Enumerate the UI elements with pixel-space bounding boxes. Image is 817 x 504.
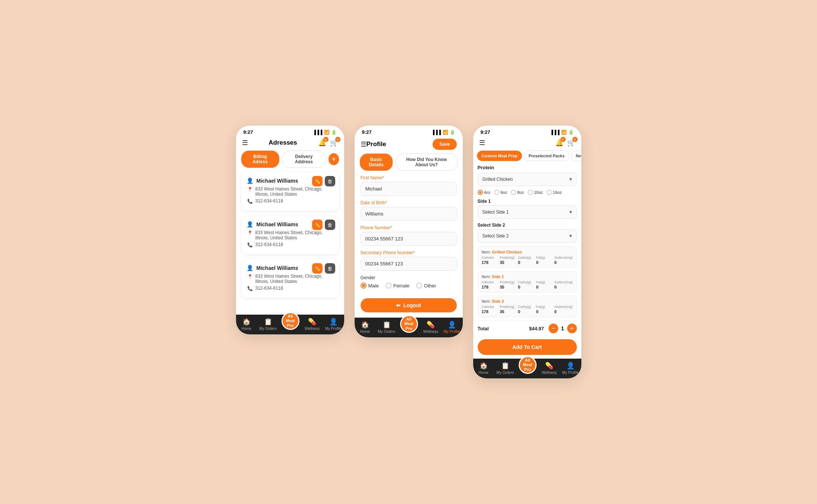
card-actions-2: ✏️ 🗑	[312, 220, 335, 230]
delete-address-button-1[interactable]: 🗑	[325, 176, 335, 186]
side2-select[interactable]: Select Side 2	[478, 229, 577, 243]
nav-wellness-1[interactable]: 💊 Wellness	[304, 318, 320, 331]
secondary-phone-label: Secondary Phone Number*	[361, 250, 457, 255]
secondary-phone-group: Secondary Phone Number*	[361, 250, 457, 271]
hamburger-menu-1[interactable]: ☰	[242, 139, 248, 147]
add-address-button[interactable]: +	[329, 153, 339, 165]
edit-address-button-3[interactable]: ✏️	[312, 263, 323, 274]
oz-10oz[interactable]: 10oz	[528, 190, 543, 195]
billing-address-tab[interactable]: Billing Adress	[241, 151, 279, 168]
center-logo-2: AllMealPro	[400, 315, 418, 333]
quantity-control: − 1 +	[549, 324, 577, 333]
delete-address-button-3[interactable]: 🗑	[325, 263, 335, 274]
battery-icon-2: 🔋	[450, 130, 455, 135]
new-menu-tab[interactable]: New Menu	[571, 151, 581, 161]
oz-16oz[interactable]: 16oz	[547, 190, 562, 195]
nav-center-2[interactable]: AllMealPro	[400, 322, 418, 333]
nav-profile-2[interactable]: 👤 My Profile	[444, 321, 460, 334]
nav-home-2[interactable]: 🏠 Home	[357, 321, 373, 334]
nutrition-col-fat-h: Fat(g) 0	[536, 256, 554, 265]
notification-icon-wrap-3: 🔔 2	[555, 139, 563, 147]
gender-other[interactable]: Other	[416, 283, 436, 289]
nav-orders-2[interactable]: 📋 My Orders	[378, 321, 395, 334]
secondary-phone-input[interactable]	[361, 257, 457, 271]
side2-dropdown-wrap: Select Side 2 ▼	[478, 229, 577, 243]
wifi-icon-2: 📶	[443, 130, 448, 135]
custom-meal-prep-tab[interactable]: Custom Meal Prep	[477, 151, 522, 161]
nav-center-1[interactable]: AllMealPro	[282, 319, 299, 330]
meal-prep-body: Protein Grilled Chicken ▼ 4oz 6oz 8	[473, 165, 581, 336]
nav-home-1[interactable]: 🏠 Home	[238, 318, 255, 331]
first-name-input[interactable]	[361, 182, 457, 196]
gender-female[interactable]: Female	[386, 283, 409, 289]
hamburger-menu-2[interactable]: ☰	[361, 140, 367, 148]
nav-profile-3[interactable]: 👤 My Profile	[562, 362, 579, 375]
oz-8oz[interactable]: 8oz	[511, 190, 524, 195]
profile-tab-row: Basic Details How Did You Know About Us?	[355, 154, 463, 175]
wellness-icon-2: 💊	[427, 321, 435, 329]
nav-wellness-label-3: Wellness	[542, 371, 557, 375]
first-name-label: First Name*	[361, 175, 457, 180]
add-to-cart-button[interactable]: Add To Cart	[478, 339, 577, 355]
nav-wellness-2[interactable]: 💊 Wellness	[422, 321, 439, 334]
battery-icon: 🔋	[331, 130, 337, 135]
preselected-packs-tab[interactable]: Preselected Packs	[524, 151, 569, 161]
nav-home-3[interactable]: 🏠 Home	[475, 362, 492, 375]
card-actions-3: ✏️ 🗑	[312, 263, 335, 274]
dob-input[interactable]	[361, 207, 457, 221]
phone-icon-1: 📞	[247, 199, 253, 204]
center-logo-1: AllMealPro	[282, 312, 299, 330]
status-bar-1: 9:27 ▐▐▐ 📶 🔋	[236, 126, 344, 136]
card-actions-1: ✏️ 🗑	[312, 176, 335, 186]
qty-decrease-button[interactable]: −	[549, 324, 558, 333]
header-icons-1: 🔔 2 🛒 3	[318, 139, 338, 147]
meal-tab-row: Custom Meal Prep Preselected Packs New M…	[473, 151, 581, 165]
nav-home-label-3: Home	[478, 371, 488, 375]
cart-icon-wrap: 🛒 3	[330, 139, 338, 147]
cart-icon-wrap-3: 🛒 3	[567, 139, 575, 147]
protein-select[interactable]: Grilled Chicken	[478, 173, 577, 186]
cart-badge-3: 3	[572, 137, 578, 142]
address-card-2: ✏️ 🗑 👤 Michael Williams 📍 833 West Haine…	[241, 216, 339, 254]
edit-address-button-2[interactable]: ✏️	[312, 220, 323, 230]
wifi-icon: 📶	[324, 130, 330, 135]
signal-icon: ▐▐▐	[313, 130, 323, 135]
protein-section-label: Protein	[478, 165, 577, 170]
location-icon-1: 📍	[247, 187, 253, 192]
delivery-address-tab[interactable]: Delivery Address	[282, 151, 326, 168]
nutrition-row-headers-protein: Calories 178 Protein(g) 35 Carbs(g) 0 Fa…	[482, 256, 573, 265]
notification-badge: 2	[323, 137, 329, 142]
oz-6oz[interactable]: 6oz	[494, 190, 507, 195]
nutrition-box-protein: Item: Grilled Chicken Calories 178 Prote…	[478, 246, 577, 268]
nav-orders-1[interactable]: 📋 My Orders	[259, 318, 277, 331]
gender-options: Male Female Other	[361, 283, 457, 289]
card-phone-2: 📞 312-634-6118	[246, 242, 334, 248]
hamburger-menu-3[interactable]: ☰	[479, 139, 485, 147]
phone-meal-prep: 9:27 ▐▐▐ 📶 🔋 ☰ 🔔 2 🛒 3 Custom	[473, 126, 581, 378]
edit-address-button-1[interactable]: ✏️	[312, 176, 323, 186]
phone-input[interactable]	[361, 232, 457, 246]
app-header-2: ☰ Profile Save	[355, 136, 463, 154]
total-row: Total $44.97 − 1 +	[478, 320, 577, 336]
nutrition-row-side2: Calories 178 Protein(g) 35 Carbs(g) 0 Fa…	[482, 305, 573, 314]
how-did-you-know-tab[interactable]: How Did You Know About Us?	[396, 154, 457, 171]
nav-wellness-3[interactable]: 💊 Wellness	[541, 362, 557, 375]
gender-male[interactable]: Male	[361, 283, 379, 289]
delete-address-button-2[interactable]: 🗑	[325, 220, 335, 230]
qty-increase-button[interactable]: +	[567, 324, 577, 333]
nav-orders-3[interactable]: 📋 My Orders	[496, 362, 514, 375]
basic-details-tab[interactable]: Basic Details	[360, 154, 393, 171]
nav-profile-label-1: My Profile	[325, 327, 342, 331]
phone-profile: 9:27 ▐▐▐ 📶 🔋 ☰ Profile Save Basic Detail…	[355, 126, 463, 337]
address-card-1: ✏️ 🗑 👤 Michael Williams 📍 833 West Haine…	[241, 172, 339, 211]
nutrition-item-label-protein: Item: Grilled Chicken	[482, 250, 573, 254]
side1-select[interactable]: Select Side 1	[478, 205, 577, 219]
oz-4oz[interactable]: 4oz	[478, 190, 491, 195]
save-button[interactable]: Save	[433, 139, 456, 150]
logout-button[interactable]: ⬅ Logout	[361, 298, 457, 312]
radio-male-circle	[361, 283, 367, 289]
app-header-3: ☰ 🔔 2 🛒 3	[473, 136, 581, 151]
nav-profile-1[interactable]: 👤 My Profile	[325, 318, 342, 331]
location-icon-2: 📍	[247, 230, 253, 236]
nav-center-3[interactable]: AllMealPro	[519, 363, 537, 374]
